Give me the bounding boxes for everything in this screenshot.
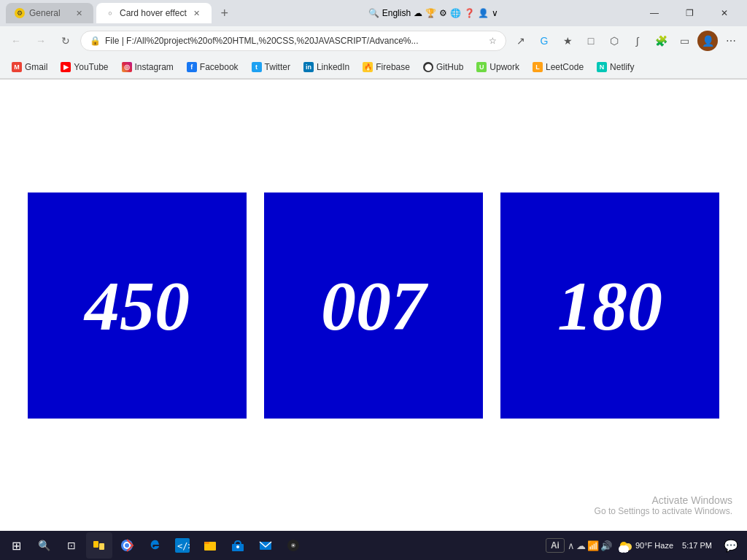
tab-general-favicon: ⚙ — [15, 8, 25, 18]
address-text: File | F:/All%20project%20of%20HTML,%20C… — [105, 36, 484, 46]
split-icon[interactable]: ▭ — [674, 31, 694, 51]
ai-badge[interactable]: Ai — [546, 538, 565, 553]
activate-windows-watermark: Activate Windows Go to Settings to activ… — [595, 494, 732, 516]
notification-button[interactable]: 💬 — [721, 535, 741, 556]
svg-rect-0 — [93, 541, 98, 548]
card-1[interactable]: 450 — [28, 192, 247, 419]
tab-general-label: General — [29, 8, 69, 18]
tab-card-hover[interactable]: ○ Card hover effect ✕ — [96, 3, 212, 23]
svg-rect-1 — [99, 543, 104, 550]
taskbar-search-button[interactable]: 🔍 — [31, 532, 57, 559]
bookmark-linkedin-label: LinkedIn — [317, 62, 349, 72]
bookmark-gmail[interactable]: M Gmail — [6, 58, 53, 76]
linkedin-icon: in — [303, 62, 314, 72]
taskbar-icon-vscode[interactable]: </> — [169, 532, 196, 559]
bookmark-gmail-label: Gmail — [25, 62, 47, 72]
leetcode-icon: L — [533, 62, 543, 72]
taskbar-weather: 90°F Haze — [615, 537, 673, 554]
netlify-icon: N — [597, 62, 607, 72]
bookmark-github-label: GitHub — [436, 62, 463, 72]
taskbar-volume-icon: 🔊 — [600, 540, 612, 551]
activate-windows-subtitle: Go to Settings to activate Windows. — [595, 506, 732, 516]
reload-button[interactable]: ↻ — [55, 31, 76, 51]
back-button[interactable]: ← — [6, 31, 26, 51]
toolbar-icons: ↗ G ★ □ ⬡ ∫ 🧩 ▭ 👤 ⋯ — [511, 31, 741, 51]
svg-point-10 — [236, 545, 239, 548]
tab-general[interactable]: ⚙ General ✕ — [6, 3, 93, 23]
math-icon[interactable]: ∫ — [627, 31, 648, 51]
svg-point-14 — [293, 545, 294, 546]
taskbar-icon-taskview[interactable]: ⊡ — [58, 532, 85, 559]
window-controls: — ❐ ✕ — [638, 0, 741, 26]
minimize-button[interactable]: — — [638, 0, 671, 26]
time-display: 5:17 PM — [682, 541, 712, 550]
github-icon: ⬤ — [423, 62, 433, 72]
bookmark-upwork[interactable]: U Upwork — [471, 58, 525, 76]
card-1-number: 450 — [85, 265, 190, 346]
taskbar-icon-chrome[interactable] — [114, 532, 140, 559]
bookmark-leetcode[interactable]: L LeetCode — [527, 58, 589, 76]
taskbar-icon-mail[interactable] — [252, 532, 279, 559]
star-icon[interactable]: ☆ — [489, 36, 497, 46]
upwork-icon: U — [476, 62, 487, 72]
translate-icon[interactable]: G — [534, 31, 554, 51]
bookmark-twitter-label: Twitter — [265, 62, 290, 72]
bookmark-linkedin[interactable]: in LinkedIn — [298, 58, 355, 76]
new-tab-button[interactable]: + — [214, 3, 235, 23]
forward-button[interactable]: → — [31, 31, 51, 51]
bookmark-twitter[interactable]: t Twitter — [246, 58, 296, 76]
extensions-icon[interactable]: 🧩 — [651, 31, 671, 51]
bookmark-upwork-label: Upwork — [489, 62, 519, 72]
main-content: 450 007 180 — [0, 79, 747, 532]
taskbar-icon-explorer[interactable] — [197, 532, 223, 559]
close-button[interactable]: ✕ — [708, 0, 741, 26]
taskbar-icon-store[interactable] — [225, 532, 251, 559]
bookmark-youtube-label: YouTube — [74, 62, 108, 72]
firebase-icon: 🔥 — [363, 62, 373, 72]
taskbar-icon-edge[interactable] — [142, 532, 168, 559]
start-button[interactable]: ⊞ — [3, 532, 29, 559]
instagram-icon: ◎ — [122, 62, 132, 72]
collections-icon[interactable]: ⬡ — [604, 31, 624, 51]
language-area: 🔍 English ☁ 🏆 ⚙ 🌐 ❓ 👤 ∨ — [368, 8, 504, 18]
card-3[interactable]: 180 — [500, 192, 719, 419]
profile-icon: 👤 — [478, 8, 489, 18]
youtube-icon: ▶ — [61, 62, 71, 72]
taskbar: ⊞ 🔍 ⊡ </> — [0, 531, 747, 560]
profile-pic[interactable]: 👤 — [697, 31, 718, 51]
bookmark-firebase[interactable]: 🔥 Firebase — [357, 58, 416, 76]
bookmark-netlify[interactable]: N Netlify — [591, 58, 640, 76]
address-bar-row: ← → ↻ 🔒 File | F:/All%20project%20of%20H… — [0, 26, 747, 55]
card-2-number: 007 — [321, 265, 426, 346]
tab-card-hover-close[interactable]: ✕ — [191, 7, 203, 19]
tab-general-close[interactable]: ✕ — [73, 7, 85, 19]
maximize-button[interactable]: ❐ — [673, 0, 706, 26]
taskbar-wifi-icon: 📶 — [587, 540, 599, 551]
favorites-icon[interactable]: ★ — [557, 31, 578, 51]
taskbar-up-arrow[interactable]: ∧ — [568, 540, 575, 551]
bookmark-instagram[interactable]: ◎ Instagram — [116, 58, 179, 76]
screenshot-icon[interactable]: □ — [581, 31, 601, 51]
browser-chrome: ⚙ General ✕ ○ Card hover effect ✕ + 🔍 En… — [0, 0, 747, 79]
twitter-icon: t — [252, 62, 262, 72]
taskbar-icon-media[interactable] — [280, 532, 306, 559]
share-icon[interactable]: ↗ — [511, 31, 531, 51]
bookmark-facebook[interactable]: f Facebook — [181, 58, 244, 76]
settings-icon-tabbar: ⚙ — [439, 8, 447, 18]
tab-card-hover-label: Card hover effect — [120, 8, 187, 18]
bookmark-leetcode-label: LeetCode — [546, 62, 584, 72]
svg-text:</>: </> — [177, 541, 190, 551]
more-menu[interactable]: ⋯ — [721, 31, 741, 51]
taskbar-icon-files[interactable] — [86, 532, 112, 559]
bookmark-github[interactable]: ⬤ GitHub — [417, 58, 469, 76]
bookmark-youtube[interactable]: ▶ YouTube — [55, 58, 114, 76]
language-label: English — [382, 8, 411, 18]
weather-icon-tabbar: ☁ — [414, 8, 422, 18]
svg-rect-19 — [619, 548, 628, 552]
taskbar-time: 5:17 PM — [676, 541, 718, 550]
card-2[interactable]: 007 — [264, 192, 483, 419]
tab-bar: ⚙ General ✕ ○ Card hover effect ✕ + 🔍 En… — [0, 0, 747, 26]
taskbar-cloud-icon: ☁ — [576, 540, 586, 551]
address-bar[interactable]: 🔒 File | F:/All%20project%20of%20HTML,%2… — [80, 31, 506, 51]
bookmark-netlify-label: Netlify — [610, 62, 634, 72]
